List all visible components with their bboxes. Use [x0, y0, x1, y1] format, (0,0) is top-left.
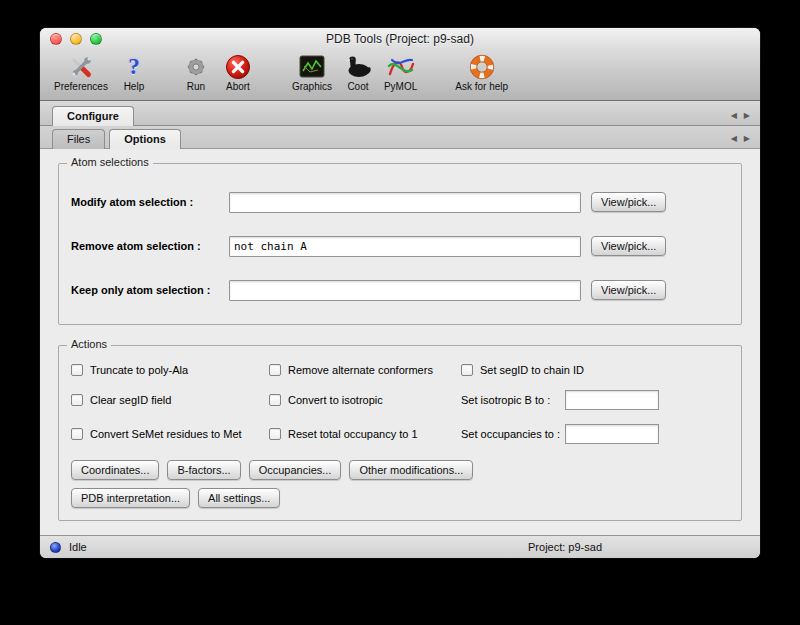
- window-title: PDB Tools (Project: p9-sad): [326, 32, 474, 46]
- toolbar-label: Abort: [226, 81, 250, 92]
- tab-scroll-arrows: ◀ ▶: [731, 112, 752, 125]
- field-label: Keep only atom selection :: [71, 284, 229, 296]
- toolbar-ask-for-help-button[interactable]: Ask for help: [455, 52, 508, 92]
- status-led-icon: [50, 542, 61, 553]
- checkbox-label: Reset total occupancy to 1: [288, 428, 418, 440]
- toolbar-label: Ask for help: [455, 81, 508, 92]
- pymol-ribbon-icon: [385, 52, 417, 81]
- checkbox-box-icon[interactable]: [71, 394, 83, 406]
- toolbar-help-button[interactable]: ? Help: [118, 52, 150, 92]
- remove-atom-selection-input[interactable]: [229, 236, 581, 257]
- field-label: Set occupancies to :: [461, 428, 565, 440]
- group-title: Actions: [67, 338, 111, 350]
- checkbox-box-icon[interactable]: [269, 428, 281, 440]
- tab-scroll-arrows: ◀ ▶: [731, 135, 752, 148]
- checkbox-convert-to-isotropic[interactable]: Convert to isotropic: [269, 394, 461, 406]
- checkbox-label: Truncate to poly-Ala: [90, 364, 188, 376]
- keep-only-atom-selection-input[interactable]: [229, 280, 581, 301]
- occupancies-input[interactable]: [565, 424, 659, 444]
- tab-label: Files: [67, 133, 90, 145]
- view-pick-button-remove[interactable]: View/pick...: [591, 236, 666, 256]
- checkbox-label: Remove alternate conformers: [288, 364, 433, 376]
- tools-icon: [65, 52, 97, 81]
- toolbar-label: Coot: [347, 81, 368, 92]
- gear-icon: [180, 52, 212, 81]
- field-label: Set isotropic B to :: [461, 394, 565, 406]
- checkbox-box-icon[interactable]: [269, 364, 281, 376]
- keep-only-atom-selection-row: Keep only atom selection : View/pick...: [71, 268, 729, 312]
- field-label: Remove atom selection :: [71, 240, 229, 252]
- isotropic-b-input[interactable]: [565, 390, 659, 410]
- view-pick-button-modify[interactable]: View/pick...: [591, 192, 666, 212]
- actions-group: Actions Truncate to poly-Ala Remove alte…: [58, 345, 742, 521]
- checkbox-remove-alternate-conformers[interactable]: Remove alternate conformers: [269, 364, 461, 376]
- view-pick-button-keep[interactable]: View/pick...: [591, 280, 666, 300]
- atom-selections-group: Atom selections Modify atom selection : …: [58, 163, 742, 325]
- close-button[interactable]: [50, 33, 62, 45]
- toolbar-graphics-button[interactable]: Graphics: [292, 52, 332, 92]
- tab-scroll-right-icon[interactable]: ▶: [744, 135, 750, 143]
- checkbox-clear-segid-field[interactable]: Clear segID field: [71, 394, 269, 406]
- other-modifications-button[interactable]: Other modifications...: [349, 460, 473, 480]
- tab-label: Options: [124, 133, 166, 145]
- remove-atom-selection-row: Remove atom selection : View/pick...: [71, 224, 729, 268]
- actions-buttons-row-1: Coordinates... B-factors... Occupancies.…: [71, 460, 729, 480]
- tab-bar-secondary: Files Options ◀ ▶: [40, 126, 760, 149]
- all-settings-button[interactable]: All settings...: [198, 488, 280, 508]
- traffic-lights: [50, 33, 102, 45]
- toolbar-abort-button[interactable]: Abort: [222, 52, 254, 92]
- checkbox-truncate-poly-ala[interactable]: Truncate to poly-Ala: [71, 364, 269, 376]
- toolbar-preferences-button[interactable]: Preferences: [54, 52, 108, 92]
- checkbox-set-segid-to-chain-id[interactable]: Set segID to chain ID: [461, 364, 729, 376]
- tab-bar-primary: Configure ◀ ▶: [40, 101, 760, 126]
- status-text: Idle: [69, 541, 87, 553]
- window-header: PDB Tools (Project: p9-sad) Preferences: [40, 28, 760, 101]
- checkbox-reset-total-occupancy[interactable]: Reset total occupancy to 1: [269, 428, 461, 440]
- lifebuoy-icon: [466, 52, 498, 81]
- minimize-button[interactable]: [70, 33, 82, 45]
- question-mark-icon: ?: [118, 52, 150, 81]
- checkbox-box-icon[interactable]: [461, 364, 473, 376]
- checkbox-box-icon[interactable]: [269, 394, 281, 406]
- field-label: Modify atom selection :: [71, 196, 229, 208]
- set-occupancies-field: Set occupancies to :: [461, 424, 729, 444]
- tab-configure[interactable]: Configure: [52, 106, 134, 126]
- modify-atom-selection-row: Modify atom selection : View/pick...: [71, 180, 729, 224]
- status-bar: Idle Project: p9-sad: [40, 535, 760, 558]
- toolbar-label: Preferences: [54, 81, 108, 92]
- toolbar-label: Help: [124, 81, 145, 92]
- checkbox-label: Clear segID field: [90, 394, 171, 406]
- coordinates-button[interactable]: Coordinates...: [71, 460, 159, 480]
- tab-files[interactable]: Files: [52, 129, 105, 149]
- checkbox-box-icon[interactable]: [71, 364, 83, 376]
- abort-cross-icon: [222, 52, 254, 81]
- group-title: Atom selections: [67, 156, 153, 168]
- toolbar-coot-button[interactable]: Coot: [342, 52, 374, 92]
- checkbox-label: Convert to isotropic: [288, 394, 383, 406]
- toolbar: Preferences ? Help: [40, 50, 760, 100]
- checkbox-label: Convert SeMet residues to Met: [90, 428, 242, 440]
- options-pane: Atom selections Modify atom selection : …: [40, 149, 760, 535]
- pdb-interpretation-button[interactable]: PDB interpretation...: [71, 488, 190, 508]
- checkbox-convert-semet-to-met[interactable]: Convert SeMet residues to Met: [71, 428, 269, 440]
- modify-atom-selection-input[interactable]: [229, 192, 581, 213]
- toolbar-pymol-button[interactable]: PyMOL: [384, 52, 417, 92]
- toolbar-label: Run: [187, 81, 205, 92]
- b-factors-button[interactable]: B-factors...: [167, 460, 240, 480]
- pdb-tools-window: PDB Tools (Project: p9-sad) Preferences: [40, 28, 760, 558]
- tab-scroll-left-icon[interactable]: ◀: [731, 112, 737, 120]
- set-isotropic-b-field: Set isotropic B to :: [461, 390, 729, 410]
- tab-scroll-right-icon[interactable]: ▶: [744, 112, 750, 120]
- tab-label: Configure: [67, 110, 119, 122]
- toolbar-label: PyMOL: [384, 81, 417, 92]
- checkbox-box-icon[interactable]: [71, 428, 83, 440]
- titlebar: PDB Tools (Project: p9-sad): [40, 28, 760, 50]
- zoom-button[interactable]: [90, 33, 102, 45]
- occupancies-button[interactable]: Occupancies...: [249, 460, 342, 480]
- actions-buttons-row-2: PDB interpretation... All settings...: [71, 488, 729, 508]
- tab-scroll-left-icon[interactable]: ◀: [731, 135, 737, 143]
- toolbar-run-button[interactable]: Run: [180, 52, 212, 92]
- toolbar-label: Graphics: [292, 81, 332, 92]
- checkbox-label: Set segID to chain ID: [480, 364, 584, 376]
- tab-options[interactable]: Options: [109, 129, 181, 149]
